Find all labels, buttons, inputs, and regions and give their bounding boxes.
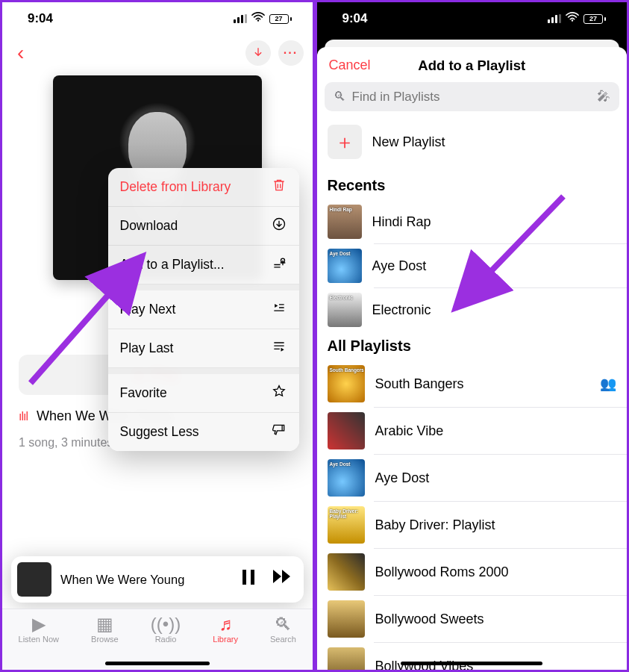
playlist-artwork: Electronic — [328, 293, 362, 327]
dictate-icon[interactable]: 🎤︎ — [597, 89, 610, 105]
grid-icon: ▦ — [96, 615, 113, 633]
download-circle-icon — [271, 217, 287, 235]
thumbs-down-icon — [271, 423, 287, 441]
play-circle-icon: ▶ — [32, 615, 46, 633]
plus-icon: ＋ — [328, 125, 362, 159]
playlist-row[interactable]: Bollywood Sweets — [317, 596, 628, 642]
cancel-button[interactable]: Cancel — [329, 57, 371, 73]
svg-point-6 — [572, 19, 573, 21]
playlist-row[interactable]: Bollywood Vibes — [317, 643, 628, 670]
playlist-label: South Bangers — [375, 376, 464, 392]
library-icon: ♬ — [219, 615, 232, 633]
home-indicator — [401, 662, 542, 665]
annotation-arrow — [16, 241, 180, 408]
tab-library[interactable]: ♬Library — [213, 615, 238, 644]
battery-icon: 27 — [269, 14, 292, 24]
mini-player-title: When We Were Young — [60, 573, 232, 587]
shared-icon: 👥 — [600, 376, 616, 392]
status-time: 9:04 — [342, 11, 368, 26]
more-button[interactable]: ··· — [278, 40, 304, 66]
wifi-icon — [566, 11, 579, 26]
menu-download[interactable]: Download — [108, 207, 299, 246]
screenshot-left: 9:04 27 ‹ ··· Delete fr — [0, 0, 315, 672]
search-icon: 🔍︎ — [274, 615, 292, 633]
cell-signal-icon — [548, 14, 561, 23]
menu-delete[interactable]: Delete from Library — [108, 168, 299, 207]
next-track-button[interactable] — [272, 569, 293, 590]
status-time: 9:04 — [28, 11, 53, 26]
playlist-artwork — [328, 412, 365, 449]
playlist-row[interactable]: Aye DostAye Dost — [317, 455, 628, 501]
mini-player-artwork — [17, 562, 51, 597]
tab-search[interactable]: 🔍︎Search — [270, 615, 296, 644]
playlist-label: Hindi Rap — [372, 214, 431, 230]
add-to-playlist-sheet: Cancel Add to a Playlist 🔍︎ 🎤︎ ＋ New Pla… — [317, 47, 628, 670]
search-field[interactable]: 🔍︎ 🎤︎ — [325, 82, 620, 111]
new-playlist-label: New Playlist — [372, 134, 445, 150]
svg-line-5 — [31, 256, 143, 383]
add-to-list-icon — [271, 255, 287, 274]
play-last-icon — [271, 339, 287, 358]
play-next-icon — [271, 300, 287, 319]
tab-browse[interactable]: ▦Browse — [91, 615, 119, 644]
search-icon: 🔍︎ — [334, 90, 346, 105]
playlist-artwork: South Bangers — [328, 365, 365, 402]
playlist-row[interactable]: Arabic Vibe — [317, 408, 628, 454]
now-playing-bars-icon: ılıl — [19, 410, 28, 423]
tab-listen-now[interactable]: ▶Listen Now — [19, 615, 59, 644]
search-input[interactable] — [352, 90, 592, 105]
playlist-label: Aye Dost — [375, 470, 430, 486]
playlist-artwork: Aye Dost — [328, 459, 365, 497]
menu-suggest-less[interactable]: Suggest Less — [108, 413, 299, 451]
download-button[interactable] — [245, 40, 271, 66]
svg-rect-3 — [242, 570, 246, 585]
tab-bar: ▶Listen Now ▦Browse ((•))Radio ♬Library … — [2, 609, 313, 670]
annotation-arrow — [436, 189, 586, 341]
playlist-label: Arabic Vibe — [375, 423, 444, 439]
home-indicator — [105, 662, 210, 665]
radio-icon: ((•)) — [151, 615, 181, 633]
svg-rect-4 — [251, 570, 254, 585]
playlist-label: Aye Dost — [372, 258, 427, 274]
pause-button[interactable] — [241, 569, 256, 590]
battery-icon: 27 — [583, 14, 606, 24]
status-bar: 9:04 27 — [317, 2, 628, 35]
trash-icon — [271, 178, 287, 196]
playlist-artwork: Hindi Rap — [328, 205, 362, 239]
playlist-row[interactable]: Baby Driver: PlaylistBaby Driver: Playli… — [317, 502, 628, 548]
playlist-label: Electronic — [372, 302, 431, 318]
playlist-artwork — [328, 553, 365, 591]
cell-signal-icon — [234, 14, 247, 23]
svg-point-0 — [257, 19, 258, 21]
wifi-icon — [251, 11, 265, 26]
tab-radio[interactable]: ((•))Radio — [151, 615, 181, 644]
playlist-label: Bollywood Sweets — [375, 612, 484, 627]
star-icon — [271, 384, 287, 402]
svg-line-7 — [455, 196, 563, 308]
status-bar: 9:04 27 — [2, 2, 313, 35]
playlist-row[interactable]: Bollywood Roms 2000 — [317, 549, 628, 595]
playlist-label: Baby Driver: Playlist — [375, 517, 495, 533]
back-button[interactable]: ‹ — [10, 38, 31, 68]
playlist-row[interactable]: South BangersSouth Bangers👥 — [317, 361, 628, 407]
playlist-artwork: Baby Driver: Playlist — [328, 506, 365, 544]
playlist-label: Bollywood Roms 2000 — [375, 564, 509, 580]
playlist-artwork — [328, 600, 365, 638]
playlist-artwork: Aye Dost — [328, 249, 362, 283]
playlist-artwork — [328, 647, 365, 670]
new-playlist-button[interactable]: ＋ New Playlist — [317, 120, 628, 171]
mini-player[interactable]: When We Were Young — [11, 556, 304, 603]
screenshot-right: 9:04 27 Cancel Add to a Playlist 🔍︎ 🎤︎ — [315, 0, 630, 672]
